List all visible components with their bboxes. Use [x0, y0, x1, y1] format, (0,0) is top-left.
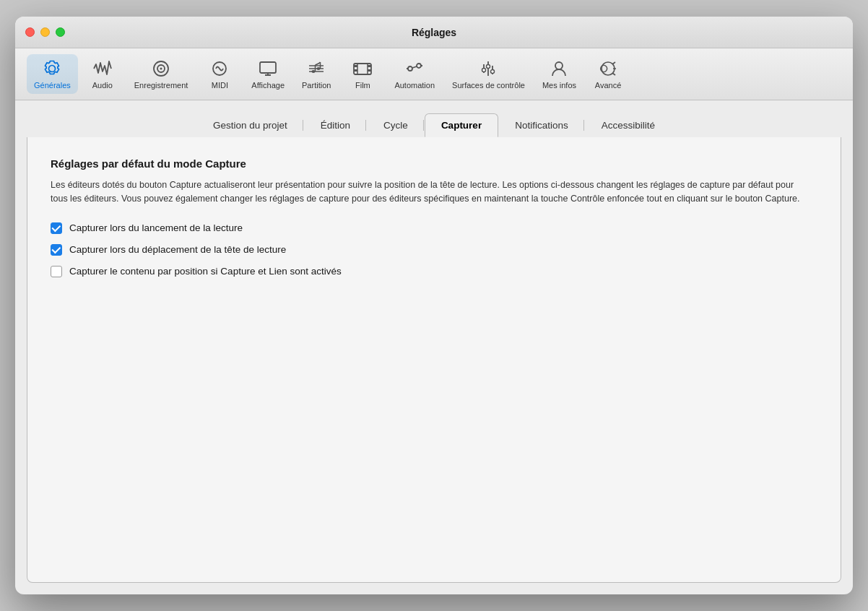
svg-line-23 [412, 66, 417, 68]
svg-point-21 [408, 66, 412, 71]
tabs-bar: Gestion du projet Édition Cycle Capturer… [15, 100, 853, 137]
toolbar-item-generales[interactable]: Générales [27, 54, 78, 94]
tab-capturer[interactable]: Capturer [425, 113, 498, 137]
close-button[interactable] [25, 27, 35, 37]
toolbar-label-surfaces: Surfaces de contrôle [452, 81, 525, 90]
advanced-icon [598, 58, 618, 79]
automation-icon [404, 58, 425, 79]
checkbox-2[interactable] [51, 244, 62, 256]
titlebar: Réglages [15, 17, 853, 48]
toolbar-item-partition[interactable]: Partition [295, 54, 338, 94]
window-title: Réglages [412, 27, 456, 38]
toolbar-label-audio: Audio [92, 81, 113, 90]
toolbar-item-film[interactable]: Film [341, 54, 384, 94]
svg-line-35 [612, 73, 615, 75]
display-icon [258, 58, 278, 79]
film-icon [352, 58, 373, 79]
section-title: Réglages par défaut du mode Capture [51, 157, 817, 170]
tab-gestion[interactable]: Gestion du projet [196, 113, 304, 137]
svg-rect-4 [260, 62, 276, 73]
toolbar-label-mesinfos: Mes infos [542, 81, 576, 90]
checkbox-3[interactable] [51, 266, 62, 277]
tab-notifications[interactable]: Notifications [498, 113, 585, 137]
toolbar-item-surfaces[interactable]: Surfaces de contrôle [445, 54, 532, 94]
toolbar-item-automation[interactable]: Automation [387, 54, 442, 94]
main-window: Réglages Générales Audio [15, 17, 853, 594]
toolbar-item-mesinfos[interactable]: Mes infos [535, 54, 583, 94]
partition-icon [306, 58, 326, 79]
toolbar-label-automation: Automation [394, 81, 435, 90]
checkbox-label-2[interactable]: Capturer lors du déplacement de la tête … [69, 244, 286, 255]
svg-point-22 [417, 64, 421, 68]
svg-point-31 [491, 70, 495, 74]
toolbar-label-partition: Partition [302, 81, 331, 90]
person-icon [549, 58, 569, 79]
surfaces-icon [478, 58, 498, 79]
svg-point-32 [555, 62, 563, 69]
checkbox-label-3[interactable]: Capturer le contenu par position si Capt… [69, 266, 342, 277]
svg-point-29 [487, 65, 490, 69]
tab-cycle[interactable]: Cycle [367, 113, 425, 137]
svg-point-30 [482, 69, 486, 72]
svg-line-33 [612, 62, 615, 64]
svg-rect-17 [354, 65, 357, 67]
svg-rect-18 [354, 69, 357, 72]
toolbar-item-avance[interactable]: Avancé [586, 54, 630, 94]
toolbar-item-affichage[interactable]: Affichage [244, 54, 292, 94]
toolbar-label-affichage: Affichage [251, 81, 285, 90]
window-controls [25, 27, 65, 37]
tab-edition[interactable]: Édition [304, 113, 367, 137]
svg-rect-20 [368, 69, 371, 72]
checkbox-1[interactable] [51, 222, 62, 234]
gear-icon [42, 58, 62, 79]
svg-rect-19 [368, 65, 371, 67]
checkbox-row-2: Capturer lors du déplacement de la tête … [51, 244, 817, 256]
toolbar-label-midi: MIDI [212, 81, 228, 90]
toolbar-label-film: Film [355, 81, 370, 90]
toolbar-label-enregistrement: Enregistrement [134, 81, 188, 90]
checkbox-label-1[interactable]: Capturer lors du lancement de la lecture [69, 222, 243, 233]
section-description: Les éditeurs dotés du bouton Capture act… [51, 178, 809, 207]
minimize-button[interactable] [40, 27, 50, 37]
toolbar: Générales Audio Enregistrement [15, 48, 853, 100]
tab-accessibilite[interactable]: Accessibilité [585, 113, 672, 137]
svg-point-2 [160, 68, 162, 70]
audio-waveform-icon [92, 58, 113, 79]
checkbox-row-3: Capturer le contenu par position si Capt… [51, 266, 817, 277]
record-icon [151, 58, 171, 79]
maximize-button[interactable] [56, 27, 65, 37]
toolbar-item-midi[interactable]: MIDI [198, 54, 241, 94]
checkbox-row-1: Capturer lors du lancement de la lecture [51, 222, 817, 234]
toolbar-item-audio[interactable]: Audio [81, 54, 124, 94]
midi-icon [209, 58, 230, 79]
toolbar-label-avance: Avancé [595, 81, 622, 90]
content-area: Réglages par défaut du mode Capture Les … [27, 137, 841, 583]
toolbar-item-enregistrement[interactable]: Enregistrement [127, 54, 196, 94]
toolbar-label-generales: Générales [34, 81, 71, 90]
